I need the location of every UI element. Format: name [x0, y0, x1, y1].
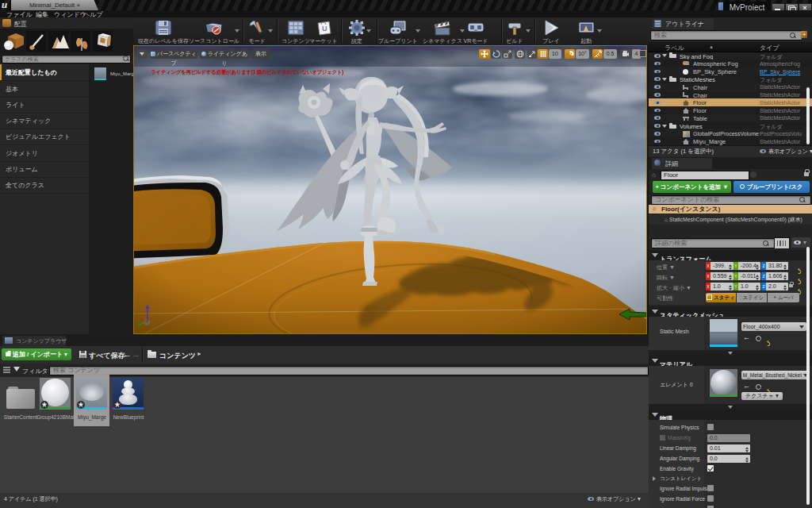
svg-text:U: U: [322, 25, 327, 33]
